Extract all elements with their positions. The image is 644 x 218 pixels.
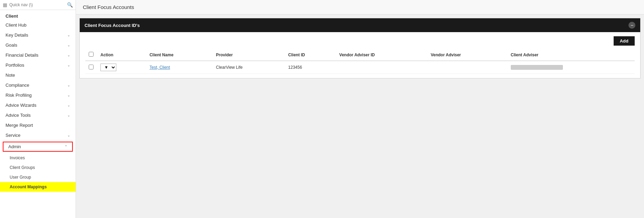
- chevron-icon: ⌄: [67, 83, 70, 87]
- select-all-checkbox[interactable]: [89, 52, 94, 57]
- col-client-name: Client Name: [146, 49, 213, 61]
- add-button[interactable]: Add: [614, 36, 635, 46]
- search-bar: ▦ 🔍: [0, 0, 76, 10]
- sidebar-item-compliance[interactable]: Compliance⌄: [0, 80, 76, 90]
- sidebar-item-account-mappings[interactable]: Account Mappings: [0, 182, 76, 192]
- page-title: Client Focus Accounts: [76, 0, 644, 15]
- table-row: ▼ Test, Client ClearView Life 123456: [85, 61, 635, 74]
- row-provider-cell: ClearView Life: [213, 61, 285, 74]
- content-area: Client Focus Account ID's − Add Action C…: [76, 15, 644, 218]
- col-checkbox: [85, 49, 97, 61]
- chevron-icon: ⌄: [67, 93, 70, 97]
- chevron-icon: ⌄: [67, 103, 70, 107]
- panel-body: Add Action Client Name Provider Client I…: [80, 32, 640, 78]
- row-client-id-cell: 123456: [285, 61, 336, 74]
- sidebar-item-invoices[interactable]: Invoices: [0, 153, 76, 163]
- sidebar-item-goals[interactable]: Goals⌄: [0, 40, 76, 50]
- sidebar-item-advice-wizards[interactable]: Advice Wizards⌄: [0, 100, 76, 110]
- col-client-adviser: Client Adviser: [507, 49, 635, 61]
- col-vendor-adviser-id: Vendor Adviser ID: [336, 49, 427, 61]
- sidebar-item-risk-profiling[interactable]: Risk Profiling⌄: [0, 90, 76, 100]
- chevron-icon: ⌄: [67, 63, 70, 67]
- sidebar-item-note[interactable]: Note: [0, 70, 76, 80]
- row-client-adviser-cell: ██████████ ████████: [507, 61, 635, 74]
- row-action-cell: ▼: [97, 61, 146, 74]
- client-focus-panel: Client Focus Account ID's − Add Action C…: [79, 18, 641, 78]
- sidebar-item-client-hub[interactable]: Client Hub: [0, 20, 76, 30]
- chevron-icon: ⌄: [67, 133, 70, 137]
- toolbar: Add: [85, 36, 635, 46]
- sidebar: ▦ 🔍 Client Client Hub Key Details⌄ Goals…: [0, 0, 76, 218]
- provider-value: ClearView Life: [216, 65, 243, 70]
- chevron-icon: ⌄: [67, 113, 70, 117]
- sidebar-item-merge-report[interactable]: Merge Report: [0, 120, 76, 130]
- sidebar-item-admin[interactable]: Admin ⌃: [3, 142, 73, 152]
- row-vendor-adviser-cell: [427, 61, 507, 74]
- col-provider: Provider: [213, 49, 285, 61]
- sidebar-item-user-group[interactable]: User Group: [0, 172, 76, 182]
- panel-title: Client Focus Account ID's: [85, 23, 140, 28]
- quick-nav-icon: ▦: [3, 2, 7, 8]
- sidebar-section-client: Client: [0, 10, 76, 20]
- sidebar-item-service[interactable]: Service⌄: [0, 130, 76, 140]
- row-client-name-cell: Test, Client: [146, 61, 213, 74]
- sidebar-item-advice-tools[interactable]: Advice Tools⌄: [0, 110, 76, 120]
- col-action: Action: [97, 49, 146, 61]
- col-vendor-adviser: Vendor Adviser: [427, 49, 507, 61]
- sidebar-item-client-groups[interactable]: Client Groups: [0, 163, 76, 172]
- row-vendor-adviser-id-cell: [336, 61, 427, 74]
- panel-collapse-button[interactable]: −: [628, 22, 635, 29]
- sidebar-item-financial-details[interactable]: Financial Details⌄: [0, 50, 76, 60]
- main-content: Client Focus Accounts Client Focus Accou…: [76, 0, 644, 218]
- search-icon: 🔍: [67, 2, 73, 8]
- panel-header: Client Focus Account ID's −: [80, 18, 640, 32]
- quick-nav-input[interactable]: [9, 2, 67, 7]
- accounts-table: Action Client Name Provider Client ID Ve…: [85, 49, 635, 74]
- action-dropdown[interactable]: ▼: [100, 64, 116, 71]
- table-header-row: Action Client Name Provider Client ID Ve…: [85, 49, 635, 61]
- col-client-id: Client ID: [285, 49, 336, 61]
- sidebar-item-key-details[interactable]: Key Details⌄: [0, 30, 76, 40]
- client-id-value: 123456: [288, 65, 302, 70]
- chevron-up-icon: ⌃: [65, 145, 67, 149]
- row-checkbox-cell: [85, 61, 97, 74]
- chevron-icon: ⌄: [67, 33, 70, 37]
- sidebar-item-portfolios[interactable]: Portfolios⌄: [0, 60, 76, 70]
- chevron-icon: ⌄: [67, 43, 70, 47]
- client-adviser-value: ██████████ ████████: [511, 65, 563, 70]
- row-checkbox[interactable]: [89, 65, 94, 69]
- client-name-link[interactable]: Test, Client: [149, 65, 170, 70]
- chevron-icon: ⌄: [67, 53, 70, 57]
